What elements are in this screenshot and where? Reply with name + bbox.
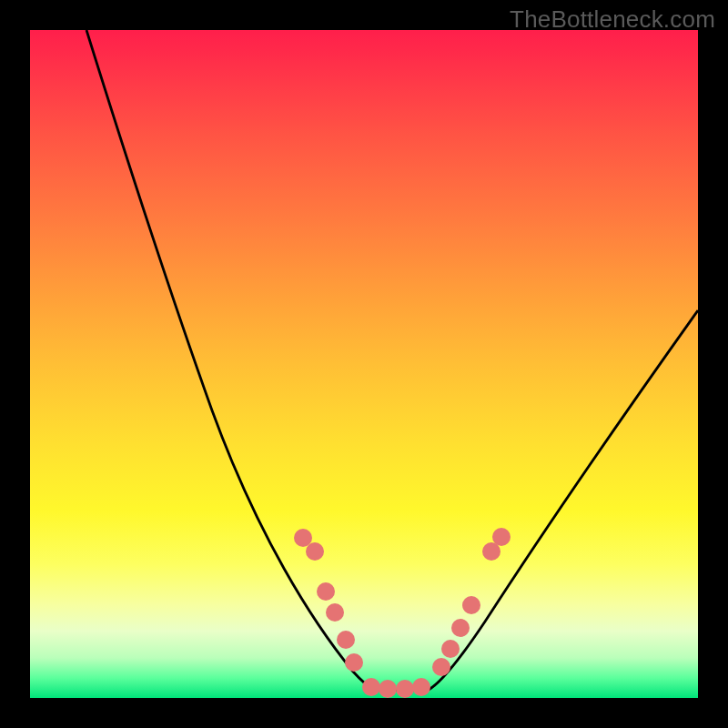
gradient-plot-area <box>30 30 698 698</box>
outer-frame: TheBottleneck.com <box>0 0 728 728</box>
watermark-text: TheBottleneck.com <box>510 5 715 34</box>
